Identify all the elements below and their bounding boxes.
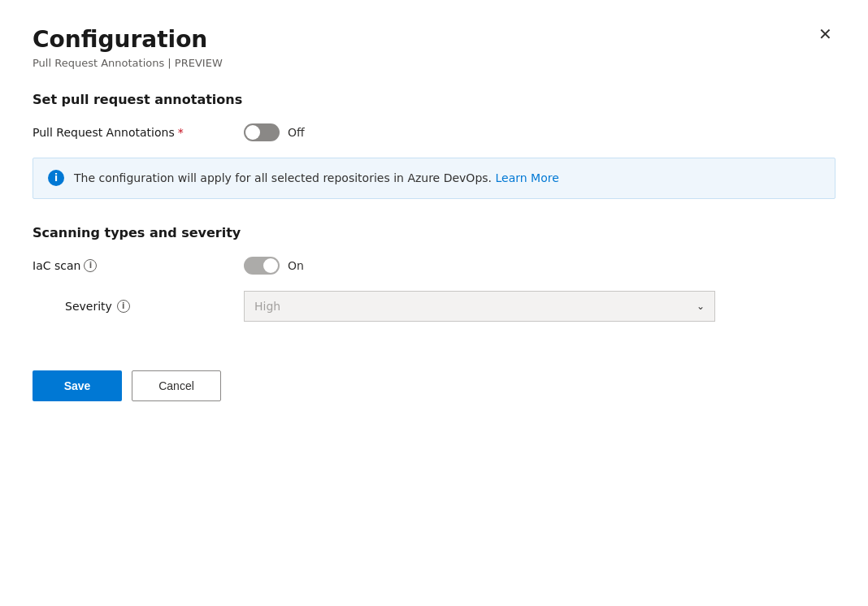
pull-request-annotations-toggle[interactable] <box>244 123 280 141</box>
iac-info-icon: i <box>84 259 97 272</box>
footer: Save Cancel <box>33 370 835 401</box>
title-block: Configuration Pull Request Annotations |… <box>33 26 223 69</box>
annotations-section-title: Set pull request annotations <box>33 92 835 107</box>
severity-label: Severity i <box>33 300 244 313</box>
scanning-section-title: Scanning types and severity <box>33 225 835 240</box>
info-text: The configuration will apply for all sel… <box>74 170 559 187</box>
dialog-subtitle: Pull Request Annotations | PREVIEW <box>33 57 223 69</box>
severity-row: Severity i High ⌄ <box>33 291 835 322</box>
info-icon: i <box>48 170 64 186</box>
pull-request-toggle-state-label: Off <box>288 126 305 139</box>
severity-selected-value: High <box>254 300 280 313</box>
iac-scan-row: IaC scan i On <box>33 257 835 275</box>
iac-toggle-container: On <box>244 257 304 275</box>
iac-toggle-state-label: On <box>288 259 304 272</box>
severity-dropdown[interactable]: High ⌄ <box>244 291 715 322</box>
required-star: * <box>178 126 184 139</box>
dialog-title: Configuration <box>33 26 223 54</box>
learn-more-link[interactable]: Learn More <box>495 171 558 184</box>
pull-request-annotations-row: Pull Request Annotations * Off <box>33 123 835 141</box>
annotations-section: Set pull request annotations Pull Reques… <box>33 92 835 199</box>
close-button[interactable]: ✕ <box>815 23 835 45</box>
configuration-dialog: Configuration Pull Request Annotations |… <box>0 0 868 606</box>
scanning-section: Scanning types and severity IaC scan i O… <box>33 225 835 322</box>
save-button[interactable]: Save <box>33 370 122 401</box>
toggle-thumb <box>245 125 260 140</box>
iac-toggle-thumb <box>263 258 278 273</box>
iac-scan-toggle[interactable] <box>244 257 280 275</box>
cancel-button[interactable]: Cancel <box>132 370 221 401</box>
pull-request-toggle-container: Off <box>244 123 305 141</box>
info-banner: i The configuration will apply for all s… <box>33 158 835 199</box>
iac-scan-label: IaC scan i <box>33 259 244 272</box>
pull-request-annotations-label: Pull Request Annotations * <box>33 126 244 139</box>
chevron-down-icon: ⌄ <box>697 301 705 312</box>
severity-info-icon: i <box>117 300 130 313</box>
dialog-header: Configuration Pull Request Annotations |… <box>33 26 835 69</box>
